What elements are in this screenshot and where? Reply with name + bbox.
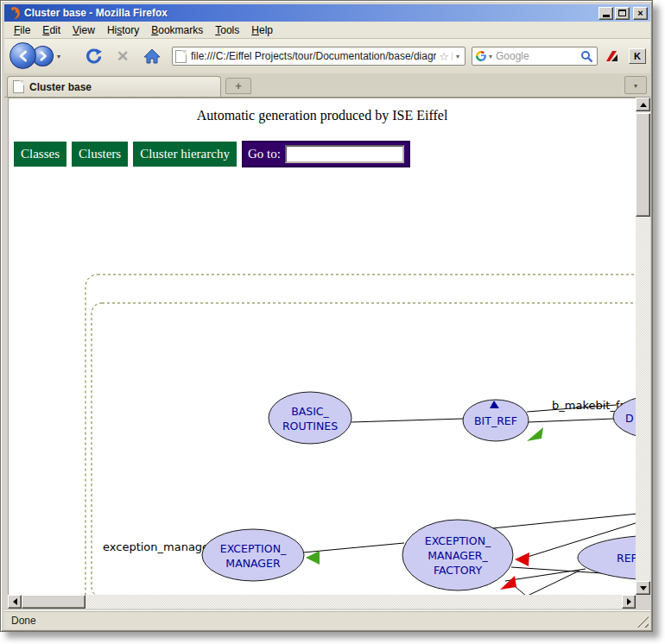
tab-page-icon bbox=[13, 80, 24, 93]
goto-label: Go to: bbox=[248, 147, 281, 161]
relation-edge bbox=[303, 543, 404, 552]
maximize-button[interactable] bbox=[615, 7, 630, 20]
menu-history[interactable]: History bbox=[101, 22, 145, 38]
search-engine-dropdown-caret[interactable]: ▾ bbox=[487, 53, 496, 60]
maximize-icon bbox=[618, 9, 626, 16]
forward-arrow-icon bbox=[38, 51, 48, 61]
cluster-label: exception_manager bbox=[103, 540, 214, 553]
bookmark-star-icon[interactable]: ☆ bbox=[436, 50, 452, 63]
menu-bookmarks[interactable]: Bookmarks bbox=[145, 22, 209, 38]
right-arrow-icon bbox=[627, 598, 635, 605]
class-node-label: REFA bbox=[617, 552, 636, 565]
page-icon bbox=[175, 50, 187, 63]
resize-grip[interactable] bbox=[636, 616, 649, 628]
class-node-label: BIT_REF bbox=[474, 414, 517, 427]
minimize-button[interactable] bbox=[598, 7, 613, 20]
navigation-toolbar: ▾ ✕ file:///C:/Eiffel Projects/tour/Docu… bbox=[4, 39, 650, 73]
page-heading: Automatic generation produced by ISE Eif… bbox=[9, 108, 636, 123]
home-button[interactable] bbox=[141, 45, 163, 67]
goto-box: Go to: bbox=[242, 141, 410, 167]
scrollbar-corner bbox=[636, 595, 650, 609]
history-dropdown-caret[interactable]: ▾ bbox=[57, 53, 60, 60]
arrow-marker bbox=[515, 552, 529, 566]
horizontal-scrollbar[interactable] bbox=[8, 595, 636, 609]
tab-strip: Cluster base + ▾ bbox=[4, 73, 650, 98]
vertical-scrollbar[interactable] bbox=[636, 98, 650, 595]
stop-button[interactable]: ✕ bbox=[111, 45, 134, 67]
menu-help[interactable]: Help bbox=[245, 22, 279, 38]
horizontal-scroll-thumb[interactable] bbox=[22, 595, 86, 609]
class-node-label: ROUTINES bbox=[282, 420, 338, 432]
arrow-marker bbox=[306, 551, 320, 565]
class-node-label: BASIC_ bbox=[291, 405, 329, 418]
nav-button-clusters[interactable]: Clusters bbox=[72, 142, 128, 167]
nav-button-cluster-hierarchy[interactable]: Cluster hierarchy bbox=[133, 142, 237, 167]
class-node[interactable] bbox=[202, 529, 304, 581]
desktop: Cluster base - Mozilla Firefox × FileEdi… bbox=[0, 0, 665, 644]
firefox-icon bbox=[7, 6, 21, 20]
close-button[interactable]: × bbox=[633, 7, 648, 20]
class-node-label: EXCEPTION_ bbox=[220, 542, 287, 555]
url-bar[interactable]: file:///C:/Eiffel Projects/tour/Document… bbox=[172, 47, 466, 66]
titlebar[interactable]: Cluster base - Mozilla Firefox × bbox=[4, 4, 650, 22]
class-node-label: MANAGER_ bbox=[428, 549, 488, 562]
class-node-label: FACTORY bbox=[434, 564, 482, 577]
firefox-window: Cluster base - Mozilla Firefox × FileEdi… bbox=[0, 0, 653, 632]
page-nav-buttons: ClassesClustersCluster hierarchy bbox=[14, 142, 242, 167]
window-controls: × bbox=[598, 7, 648, 20]
menu-bar: FileEditViewHistoryBookmarksToolsHelp bbox=[4, 22, 650, 39]
nav-button-classes[interactable]: Classes bbox=[14, 142, 66, 167]
class-node[interactable] bbox=[269, 392, 352, 444]
arrow-marker bbox=[527, 427, 543, 441]
scroll-left-button[interactable] bbox=[8, 595, 22, 609]
left-arrow-icon bbox=[10, 598, 17, 605]
back-button[interactable] bbox=[10, 42, 36, 69]
edge-label: b_makebit_fr bbox=[552, 399, 624, 412]
class-node-label: EXCEPTION_ bbox=[425, 534, 491, 547]
arrow-marker bbox=[500, 576, 516, 590]
url-dropdown-caret[interactable]: ▾ bbox=[452, 53, 463, 60]
relation-edge bbox=[529, 419, 614, 422]
page-toolbar: ClassesClustersCluster hierarchy Go to: bbox=[14, 141, 410, 167]
search-input[interactable]: Google bbox=[496, 50, 580, 62]
menu-view[interactable]: View bbox=[66, 22, 101, 38]
scroll-up-button[interactable] bbox=[636, 98, 650, 111]
home-icon bbox=[143, 47, 161, 65]
scroll-down-button[interactable] bbox=[636, 581, 650, 595]
page-content: b_makebit_frexception_managerBASIC_ROUTI… bbox=[8, 98, 636, 595]
window-title: Cluster base - Mozilla Firefox bbox=[24, 7, 598, 19]
relation-edge bbox=[352, 419, 463, 422]
class-node-label: MANAGER bbox=[225, 557, 281, 570]
relation-edge bbox=[492, 514, 636, 528]
status-bar: Done bbox=[4, 610, 650, 629]
cluster-diagram: b_makebit_frexception_managerBASIC_ROUTI… bbox=[9, 98, 636, 595]
menu-edit[interactable]: Edit bbox=[36, 22, 66, 38]
k-button[interactable]: K bbox=[629, 48, 646, 64]
tab-label: Cluster base bbox=[29, 81, 92, 93]
reload-icon bbox=[85, 47, 103, 66]
url-text[interactable]: file:///C:/Eiffel Projects/tour/Document… bbox=[191, 50, 436, 62]
vertical-scroll-thumb[interactable] bbox=[636, 113, 650, 217]
minimize-icon bbox=[603, 15, 610, 17]
list-all-tabs-button[interactable]: ▾ bbox=[624, 76, 647, 94]
class-node-label: D bbox=[625, 412, 634, 425]
relation-edge bbox=[505, 569, 586, 581]
relation-edge bbox=[515, 586, 527, 595]
search-bar[interactable]: ▾ Google bbox=[472, 47, 598, 66]
new-tab-button[interactable]: + bbox=[225, 78, 251, 94]
menu-file[interactable]: File bbox=[8, 22, 36, 38]
down-arrow-icon bbox=[640, 586, 647, 594]
up-arrow-icon bbox=[640, 99, 647, 107]
kaspersky-icon[interactable] bbox=[605, 49, 619, 63]
google-icon bbox=[475, 50, 487, 62]
menu-tools[interactable]: Tools bbox=[209, 22, 245, 38]
tab-cluster-base[interactable]: Cluster base bbox=[7, 76, 221, 97]
goto-input[interactable] bbox=[285, 145, 404, 163]
reload-button[interactable] bbox=[82, 45, 104, 67]
status-text: Done bbox=[11, 615, 36, 627]
scroll-right-button[interactable] bbox=[622, 595, 636, 609]
back-arrow-icon bbox=[17, 50, 29, 62]
search-icon[interactable] bbox=[580, 50, 593, 63]
back-forward-group: ▾ bbox=[10, 41, 70, 71]
